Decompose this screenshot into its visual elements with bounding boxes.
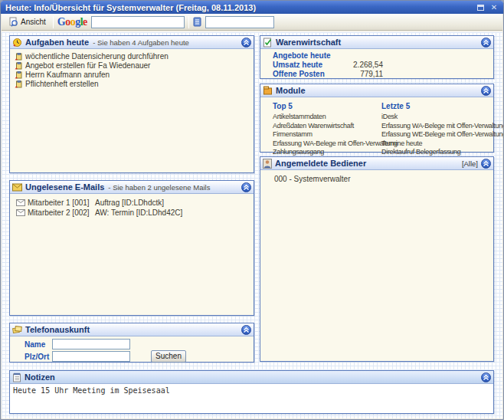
panel-warenwirtschaft: Warenwirtschaft Angebote heute Umsatz he… <box>260 35 494 79</box>
panel-header-waren: Warenwirtschaft <box>260 36 493 49</box>
panel-subtitle: - Sie haben 2 ungelesene Mails <box>108 183 210 192</box>
panel-header-bediener: Angemeldete Bediener [Alle] <box>260 157 493 170</box>
email-from: Mitarbeiter 1 [001] <box>28 198 93 208</box>
name-field[interactable] <box>52 339 130 349</box>
collapse-button[interactable] <box>241 182 251 192</box>
panel-telefonauskunft: Telefonauskunft Name Plz/Ort Suchen <box>9 323 254 363</box>
task-label: Angebot erstellen für Fa Wiedenauer <box>25 61 150 71</box>
close-button[interactable]: ✕ <box>489 3 499 11</box>
toolbar: Ansicht Google <box>2 14 502 31</box>
module-link[interactable]: Adreßdaten Warenwirtschaft <box>273 122 381 131</box>
panel-title: Warenwirtschaft <box>276 38 341 47</box>
phone-cards-icon <box>12 325 22 334</box>
title-bar: Heute: Info/Übersicht für Systemverwalte… <box>1 1 503 14</box>
email-from: Mitarbeiter 2 [002] <box>28 208 93 218</box>
umsatz-heute-value: 2.268,54 <box>343 61 383 70</box>
task-icon <box>15 53 22 61</box>
ww-row: Angebote heute <box>273 51 490 61</box>
module-link[interactable]: Erfassung WA-Belege mit Offen-Verwaltung <box>381 122 504 131</box>
close-icon: ✕ <box>491 4 497 11</box>
panel-title: Telefonauskunft <box>25 325 90 334</box>
panel-module: Module Top 5 Artikelstammdaten Adreßdate… <box>260 84 494 153</box>
panel-ungelesene-emails: Ungelesene E-Mails - Sie haben 2 ungeles… <box>9 180 254 316</box>
task-label: Pflichtenheft erstellen <box>25 80 99 89</box>
panel-title: Ungelesene E-Mails <box>25 182 104 192</box>
suchen-button[interactable]: Suchen <box>151 350 186 363</box>
letzte5-header: Letzte 5 <box>381 102 504 111</box>
panel-aufgaben-heute: Aufgaben heute - Sie haben 4 Aufgaben he… <box>9 35 254 173</box>
checklist-icon <box>263 38 273 48</box>
toolbar-separator <box>188 16 189 28</box>
lookup-input[interactable] <box>205 16 274 28</box>
panel-subtitle: - Sie haben 4 Aufgaben heute <box>93 38 189 47</box>
bediener-item: 000 - Systemverwalter <box>274 175 490 184</box>
tasks-clock-icon <box>12 38 22 48</box>
envelope-icon <box>16 209 25 216</box>
collapse-button[interactable] <box>481 86 491 96</box>
panel-header-notizen: Notizen <box>10 371 493 384</box>
angebote-heute-value <box>343 51 383 61</box>
task-icon <box>15 62 22 70</box>
email-item[interactable]: Mitarbeiter 2 [002] AW: Termin [ID:LDhd4… <box>16 208 250 218</box>
google-logo: Google <box>57 17 87 28</box>
module-link[interactable]: Artikelstammdaten <box>273 113 381 122</box>
envelope-icon <box>16 199 25 206</box>
collapse-button[interactable] <box>481 159 491 169</box>
restore-button[interactable] <box>476 3 485 11</box>
panel-title: Angemeldete Bediener <box>275 159 366 168</box>
ww-row: Umsatz heute 2.268,54 <box>273 61 490 70</box>
panel-title: Notizen <box>25 372 55 382</box>
module-link[interactable]: Termine heute <box>381 139 504 149</box>
task-label: wöchentliche Datensicherung durchführen <box>25 52 169 61</box>
panel-title: Module <box>276 86 306 95</box>
notizen-body: Heute 15 Uhr Meeting im Speisesaal <box>10 384 493 413</box>
panel-notizen: Notizen Heute 15 Uhr Meeting im Speisesa… <box>9 370 494 414</box>
alle-link[interactable]: [Alle] <box>462 159 478 168</box>
panel-header-emails: Ungelesene E-Mails - Sie haben 2 ungeles… <box>10 181 254 194</box>
offene-posten-value: 779,11 <box>343 70 383 79</box>
panel-header-module: Module <box>260 84 493 97</box>
collapse-button[interactable] <box>241 38 251 48</box>
module-link[interactable]: Direktaufruf Belegerfassung <box>381 148 504 157</box>
window-title: Heute: Info/Übersicht für Systemverwalte… <box>5 3 256 12</box>
app-window: Heute: Info/Übersicht für Systemverwalte… <box>0 0 504 420</box>
mail-header-icon <box>12 183 22 192</box>
task-icon <box>15 80 22 88</box>
plzort-field[interactable] <box>52 351 130 362</box>
google-search-input[interactable] <box>91 16 185 28</box>
module-link[interactable]: Erfassung WE-Belege mit Offen-Verwaltung <box>381 130 504 139</box>
notizen-textarea[interactable]: Heute 15 Uhr Meeting im Speisesaal <box>10 384 493 413</box>
phonebook-icon <box>193 17 201 27</box>
collapse-button[interactable] <box>481 38 491 48</box>
email-subject: Auftrag [ID:LDhdctk] <box>95 198 250 208</box>
panel-angemeldete-bediener: Angemeldete Bediener [Alle] 000 - System… <box>260 156 494 362</box>
restore-icon <box>477 5 484 11</box>
ansicht-label: Ansicht <box>21 18 46 26</box>
task-label: Herrn Kaufmann anrufen <box>25 71 110 80</box>
task-item[interactable]: Herrn Kaufmann anrufen <box>15 71 250 80</box>
notepad-icon <box>12 372 21 382</box>
task-item[interactable]: wöchentliche Datensicherung durchführen <box>15 52 250 61</box>
task-icon <box>15 71 22 79</box>
task-item[interactable]: Angebot erstellen für Fa Wiedenauer <box>15 61 250 71</box>
module-link[interactable]: Firmenstamm <box>273 130 381 139</box>
module-link[interactable]: Erfassung WA-Belege mit Offen-Verwaltung <box>273 139 381 149</box>
plzort-label: Plz/Ort <box>25 353 52 361</box>
task-item[interactable]: Pflichtenheft erstellen <box>15 80 250 89</box>
ww-row: Offene Posten 779,11 <box>273 70 490 79</box>
email-item[interactable]: Mitarbeiter 1 [001] Auftrag [ID:LDhdctk] <box>16 198 250 208</box>
module-box-icon <box>263 86 273 96</box>
name-label: Name <box>25 340 52 349</box>
view-icon <box>8 17 18 27</box>
offene-posten-link[interactable]: Offene Posten <box>273 70 343 79</box>
collapse-button[interactable] <box>241 325 251 335</box>
angebote-heute-link[interactable]: Angebote heute <box>273 51 343 61</box>
dashboard-area: Aufgaben heute - Sie haben 4 Aufgaben he… <box>2 31 502 418</box>
ansicht-button[interactable]: Ansicht <box>5 15 49 28</box>
module-link[interactable]: iDesk <box>381 113 504 122</box>
module-link[interactable]: Zahlungsausgang <box>273 148 381 157</box>
umsatz-heute-link[interactable]: Umsatz heute <box>273 61 343 70</box>
toolbar-separator <box>53 16 54 28</box>
panel-title: Aufgaben heute <box>25 38 89 47</box>
collapse-button[interactable] <box>481 372 491 382</box>
